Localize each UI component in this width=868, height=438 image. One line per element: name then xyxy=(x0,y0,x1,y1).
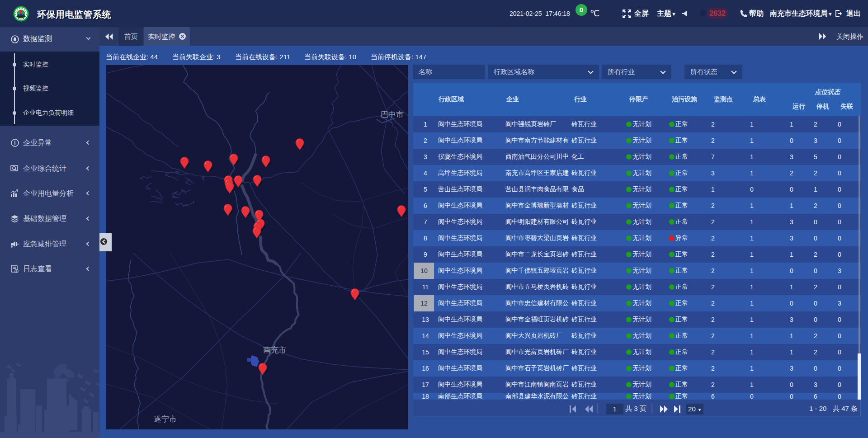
svg-text:巴中市: 巴中市 xyxy=(381,110,404,119)
svg-text:南充市: 南充市 xyxy=(263,346,286,354)
svg-text:遂宁市: 遂宁市 xyxy=(154,415,177,424)
